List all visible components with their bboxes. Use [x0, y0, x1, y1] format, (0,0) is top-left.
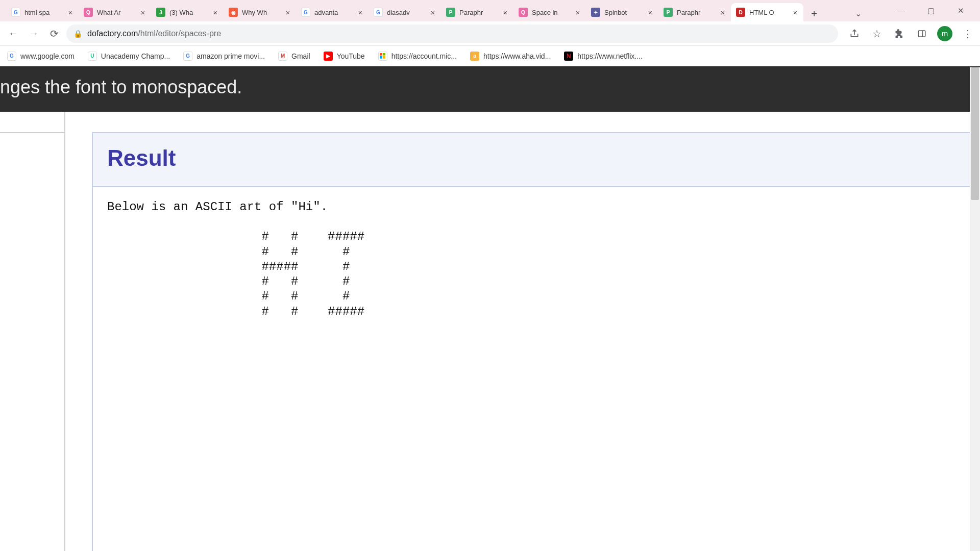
vertical-scrollbar[interactable] [970, 67, 980, 551]
close-icon[interactable]: × [791, 8, 799, 16]
profile-avatar[interactable]: m [937, 26, 952, 41]
svg-rect-4 [380, 56, 382, 59]
bookmark-google[interactable]: G www.google.com [7, 52, 75, 61]
bookmark-label: https://www.netflix.... [577, 52, 643, 60]
result-panel: Result Below is an ASCII art of "Hi". # … [92, 132, 980, 551]
bookmarks-bar: G www.google.com U Unacademy Champ... G … [0, 46, 980, 66]
close-icon[interactable]: × [139, 8, 147, 16]
green-circle-icon: 3 [156, 8, 165, 17]
tab-8[interactable]: Q Space in × [513, 3, 586, 21]
content-area: Result Below is an ASCII art of "Hi". # … [0, 112, 980, 551]
youtube-icon: ▶ [324, 52, 333, 61]
close-icon[interactable]: × [211, 8, 219, 16]
tab-9[interactable]: ✦ Spinbot × [586, 3, 658, 21]
tab-6[interactable]: G diasadv × [369, 3, 441, 21]
bookmark-youtube[interactable]: ▶ YouTube [324, 52, 365, 61]
google-icon: G [7, 52, 16, 61]
minimize-button[interactable]: ― [891, 3, 912, 18]
toolbar: ← → ⟳ 🔒 dofactory.com/html/editor/spaces… [0, 21, 980, 46]
tab-5[interactable]: G advanta × [296, 3, 369, 21]
share-icon[interactable] [847, 27, 862, 41]
bookmark-label: www.google.com [20, 52, 75, 60]
result-pre-output: Below is an ASCII art of "Hi". # # #####… [93, 187, 980, 319]
tab-11-active[interactable]: D HTML O × [731, 3, 803, 21]
aha-icon: a [470, 52, 479, 61]
browser-titlebar: G html spa × Q What Ar × 3 (3) Wha × ◉ W… [0, 0, 980, 21]
url-authority: dofactory.com [87, 29, 138, 38]
editor-panel-edge [0, 112, 65, 551]
svg-rect-5 [383, 56, 385, 59]
page-description-strip: nges the font to monospaced. [0, 66, 980, 112]
tab-label: Paraphr [677, 9, 715, 16]
gmail-icon: M [278, 52, 287, 61]
bookmark-label: https://account.mic... [391, 52, 457, 60]
tab-label: advanta [314, 9, 352, 16]
bookmark-amazon-prime[interactable]: G amazon prime movi... [183, 52, 265, 61]
paraphraser-icon: P [664, 8, 673, 17]
close-icon[interactable]: × [646, 8, 654, 16]
tab-4[interactable]: ◉ Why Wh × [224, 3, 296, 21]
bookmark-netflix[interactable]: N https://www.netflix.... [564, 52, 643, 61]
bookmark-label: Gmail [291, 52, 310, 60]
scrollbar-thumb[interactable] [971, 67, 979, 200]
tab-2[interactable]: Q What Ar × [79, 3, 151, 21]
address-bar[interactable]: 🔒 dofactory.com/html/editor/spaces-pre [66, 24, 838, 43]
lock-icon: 🔒 [74, 30, 82, 38]
new-tab-button[interactable]: + [806, 6, 822, 21]
tab-1[interactable]: G html spa × [6, 3, 79, 21]
close-icon[interactable]: × [719, 8, 727, 16]
svg-rect-3 [383, 53, 385, 56]
window-controls: ― ▢ ✕ [876, 3, 980, 21]
close-icon[interactable]: × [284, 8, 292, 16]
tab-label: html spa [24, 9, 62, 16]
close-icon[interactable]: × [501, 8, 509, 16]
close-icon[interactable]: × [574, 8, 582, 16]
quillbot-icon: Q [84, 8, 93, 17]
close-icon[interactable]: × [429, 8, 437, 16]
bookmark-unacademy[interactable]: U Unacademy Champ... [88, 52, 170, 61]
paraphraser-icon: P [446, 8, 455, 17]
reload-button[interactable]: ⟳ [46, 26, 62, 42]
tab-label: What Ar [97, 9, 135, 16]
forward-button[interactable]: → [26, 26, 42, 42]
bookmark-label: Unacademy Champ... [101, 52, 170, 60]
description-text: nges the font to monospaced. [0, 77, 242, 97]
tab-label: Spinbot [604, 9, 642, 16]
close-icon[interactable]: × [356, 8, 364, 16]
google-icon: G [183, 52, 192, 61]
bookmark-microsoft[interactable]: https://account.mic... [378, 52, 457, 61]
microsoft-icon [378, 52, 387, 61]
tab-label: HTML O [749, 9, 787, 16]
tab-label: Space in [532, 9, 570, 16]
google-icon: G [374, 8, 383, 17]
result-header: Result [93, 133, 980, 187]
tab-3[interactable]: 3 (3) Wha × [151, 3, 224, 21]
quillbot-icon: Q [519, 8, 528, 17]
side-panel-icon[interactable] [915, 27, 929, 41]
bookmark-gmail[interactable]: M Gmail [278, 52, 310, 61]
tab-search-button[interactable]: ⌄ [850, 9, 866, 18]
tab-10[interactable]: P Paraphr × [658, 3, 731, 21]
toolbar-right: ☆ m ⋮ [842, 26, 975, 41]
tab-label: (3) Wha [169, 9, 207, 16]
svg-rect-2 [380, 53, 382, 56]
close-window-button[interactable]: ✕ [950, 3, 971, 18]
maximize-button[interactable]: ▢ [921, 3, 941, 18]
unacademy-icon: U [88, 52, 97, 61]
bookmark-aha[interactable]: a https://www.aha.vid... [470, 52, 551, 61]
tab-7[interactable]: P Paraphr × [441, 3, 513, 21]
menu-icon[interactable]: ⋮ [961, 27, 975, 41]
netflix-icon: N [564, 52, 573, 61]
orange-circle-icon: ◉ [229, 8, 238, 17]
google-icon: G [301, 8, 310, 17]
close-icon[interactable]: × [66, 8, 75, 16]
extensions-icon[interactable] [892, 27, 906, 41]
bookmark-label: YouTube [337, 52, 365, 60]
tab-strip: G html spa × Q What Ar × 3 (3) Wha × ◉ W… [6, 0, 840, 21]
svg-rect-0 [918, 31, 925, 37]
back-button[interactable]: ← [5, 26, 21, 42]
tab-label: diasadv [387, 9, 425, 16]
dofactory-icon: D [736, 8, 745, 17]
bookmark-star-icon[interactable]: ☆ [870, 27, 884, 41]
tab-label: Paraphr [459, 9, 497, 16]
